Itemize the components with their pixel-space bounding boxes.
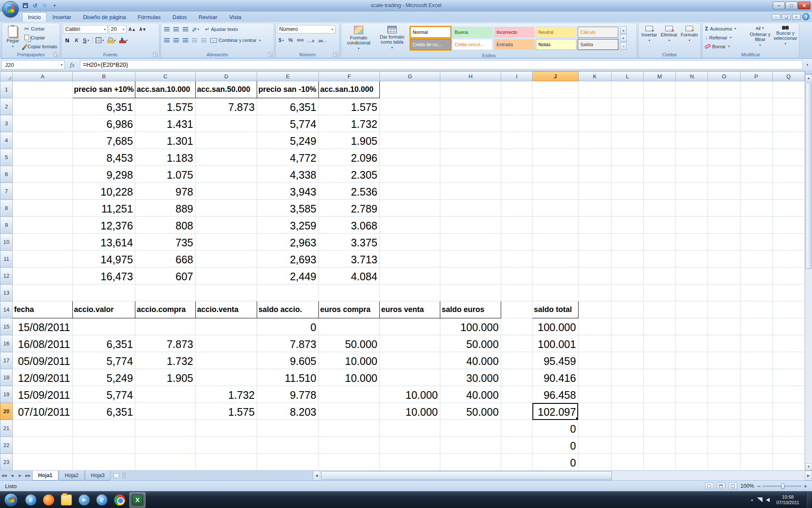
close-button[interactable]: [798, 2, 810, 9]
row-header-23[interactable]: 23: [0, 454, 13, 471]
cell-H1[interactable]: [440, 81, 501, 98]
cell-style-Incorrecto[interactable]: Incorrecto: [494, 27, 535, 38]
cell-N22[interactable]: [676, 437, 708, 454]
cell-P18[interactable]: [740, 369, 772, 386]
zoom-in-icon[interactable]: [804, 483, 807, 489]
cell-N2[interactable]: [676, 98, 708, 115]
cell-P15[interactable]: [740, 318, 772, 335]
cell-F2[interactable]: 1.575: [318, 98, 379, 115]
decrease-decimals-button[interactable]: [316, 36, 328, 44]
copy-button[interactable]: Copiar: [23, 33, 58, 42]
cell-D8[interactable]: [195, 200, 257, 217]
cell-style-Entrada[interactable]: Entrada: [494, 39, 535, 50]
cell-K16[interactable]: [578, 335, 611, 352]
column-header-N[interactable]: N: [676, 72, 708, 81]
cell-Q11[interactable]: [772, 251, 804, 268]
cell-L17[interactable]: [611, 352, 643, 369]
column-header-Q[interactable]: Q: [772, 72, 804, 81]
cell-K4[interactable]: [578, 132, 611, 149]
cell-A17[interactable]: 05/09/2011: [13, 352, 73, 369]
row-header-13[interactable]: 13: [0, 284, 13, 301]
cell-D2[interactable]: 7.873: [195, 98, 257, 115]
cell-M17[interactable]: [644, 352, 676, 369]
cell-O1[interactable]: [708, 81, 740, 98]
taskbar-clock[interactable]: 10:58 07/10/2011: [773, 494, 803, 505]
number-format-select[interactable]: Número: [277, 25, 335, 33]
cell-M14[interactable]: [644, 301, 676, 318]
row-header-22[interactable]: 22: [0, 437, 13, 454]
row-header-18[interactable]: 18: [0, 369, 13, 386]
cell-B16[interactable]: 6,351: [72, 335, 135, 352]
cell-P22[interactable]: [740, 437, 772, 454]
cell-I3[interactable]: [501, 115, 532, 132]
cell-style-Celda vincul...[interactable]: Celda vincul...: [452, 39, 493, 50]
cell-C11[interactable]: 668: [135, 251, 195, 268]
cell-D20[interactable]: 1.575: [195, 403, 257, 420]
cell-E2[interactable]: 6,351: [257, 98, 319, 115]
cell-H10[interactable]: [440, 234, 501, 251]
cell-I14[interactable]: [501, 301, 532, 318]
row-header-2[interactable]: 2: [0, 98, 13, 115]
cell-E20[interactable]: 8.203: [257, 403, 319, 420]
cell-Q10[interactable]: [772, 234, 804, 251]
orientation-button[interactable]: [190, 25, 200, 33]
cell-B13[interactable]: [72, 284, 135, 301]
column-header-P[interactable]: P: [740, 72, 772, 81]
cell-K12[interactable]: [578, 268, 611, 284]
cell-style-Cálculo[interactable]: Cálculo: [578, 27, 618, 38]
undo-button[interactable]: [31, 2, 39, 9]
decrease-indent-button[interactable]: [190, 36, 199, 44]
cell-H3[interactable]: [440, 115, 501, 132]
cell-P9[interactable]: [740, 217, 772, 234]
cell-E12[interactable]: 2,449: [257, 268, 319, 284]
gallery-up-icon[interactable]: ▲: [620, 26, 627, 34]
cell-P2[interactable]: [740, 98, 772, 115]
horizontal-scroll-track[interactable]: [320, 471, 805, 480]
cell-N21[interactable]: [676, 420, 708, 437]
office-button[interactable]: [3, 1, 19, 17]
cell-J14[interactable]: saldo total: [532, 301, 579, 318]
align-middle-button[interactable]: [172, 25, 180, 33]
cell-C13[interactable]: [135, 284, 195, 301]
align-center-button[interactable]: [172, 36, 180, 44]
cell-E4[interactable]: 5,249: [257, 132, 319, 149]
cell-N1[interactable]: [676, 81, 708, 98]
cell-A13[interactable]: [13, 284, 73, 301]
cell-G1[interactable]: [380, 81, 440, 98]
currency-format-button[interactable]: $: [277, 36, 285, 44]
cell-E13[interactable]: [257, 284, 319, 301]
cell-Q5[interactable]: [772, 149, 804, 166]
cell-D15[interactable]: [195, 318, 257, 335]
cell-F16[interactable]: 50.000: [318, 335, 379, 352]
cell-F8[interactable]: 2.789: [318, 200, 379, 217]
cell-H14[interactable]: saldo euros: [440, 301, 501, 318]
cell-O10[interactable]: [708, 234, 740, 251]
cell-M8[interactable]: [644, 200, 676, 217]
cell-C4[interactable]: 1.301: [135, 132, 195, 149]
cell-K6[interactable]: [578, 166, 611, 183]
cell-O21[interactable]: [708, 420, 740, 437]
row-header-20[interactable]: 20: [0, 403, 13, 420]
cell-G13[interactable]: [380, 284, 440, 301]
cell-Q4[interactable]: [772, 132, 804, 149]
cell-M19[interactable]: [644, 386, 676, 403]
shrink-font-button[interactable]: [138, 25, 148, 33]
row-header-14[interactable]: 14: [0, 301, 13, 318]
cell-K5[interactable]: [578, 149, 611, 166]
cell-Q8[interactable]: [772, 200, 804, 217]
cell-J21[interactable]: 0: [532, 420, 579, 437]
cell-C2[interactable]: 1.575: [135, 98, 195, 115]
cell-J20[interactable]: 102.097: [532, 403, 579, 420]
cell-I8[interactable]: [501, 200, 532, 217]
cell-I9[interactable]: [501, 217, 532, 234]
cell-J11[interactable]: [532, 251, 579, 268]
cell-Q1[interactable]: [772, 81, 804, 98]
cell-E8[interactable]: 3,585: [257, 200, 319, 217]
insert-function-button[interactable]: fx: [66, 60, 79, 69]
cell-C6[interactable]: 1.075: [135, 166, 195, 183]
cell-J16[interactable]: 100.001: [532, 335, 579, 352]
cell-P12[interactable]: [740, 268, 772, 284]
cell-I10[interactable]: [501, 234, 532, 251]
cell-P6[interactable]: [740, 166, 772, 183]
volume-icon[interactable]: [766, 498, 770, 502]
